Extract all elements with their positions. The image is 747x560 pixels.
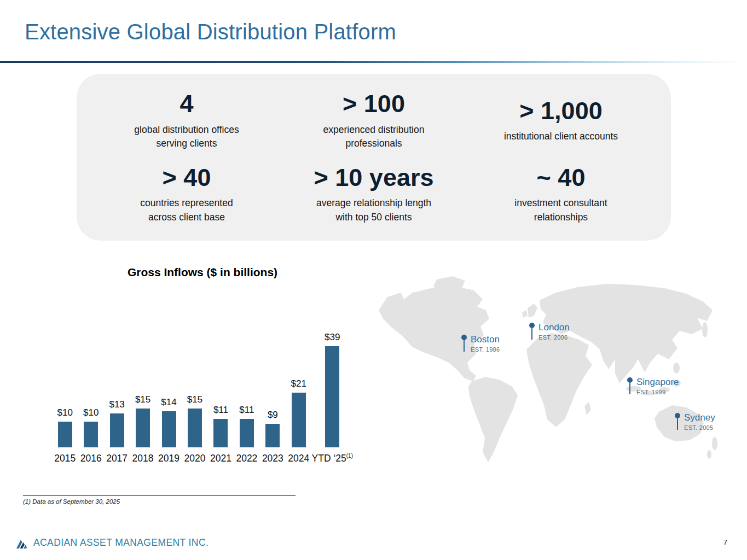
map-pin-sydney: Sydney EST. 2005 [675, 413, 715, 431]
bar-column-2015: $102015 [52, 407, 78, 465]
x-axis-label: 2017 [106, 453, 128, 465]
bar-value-label: $10 [83, 407, 99, 418]
stat-countries: > 40 countries represented across client… [93, 158, 280, 231]
stat-label: countries represented across client base [140, 196, 233, 224]
stat-value: > 1,000 [519, 97, 602, 125]
bar [188, 409, 202, 447]
stat-relationship-length: > 10 years average relationship length w… [280, 158, 467, 231]
stat-value: > 40 [163, 164, 211, 191]
stat-value: > 10 years [314, 164, 434, 191]
bar-value-label: $11 [213, 405, 228, 416]
map-pin-london: London EST. 2006 [529, 323, 570, 341]
bar [325, 346, 339, 447]
map-est-label: EST. 1999 [636, 389, 679, 395]
bar [58, 422, 72, 447]
stat-value: 4 [179, 90, 193, 118]
bar-value-label: $14 [161, 397, 176, 408]
slide: Extensive Global Distribution Platform 4… [0, 0, 747, 560]
bar [292, 393, 306, 447]
stat-label: average relationship length with top 50 … [316, 196, 431, 224]
gross-inflows-bar-chart: $102015$102016$132017$152018$142019$1520… [52, 332, 353, 465]
map-city-label: Sydney [684, 413, 715, 423]
bar-column-2024: $212024 [286, 378, 311, 465]
bar [136, 409, 150, 447]
map-pin-boston: Boston EST. 1986 [461, 335, 500, 353]
bar-value-label: $15 [135, 394, 150, 405]
footnote-divider [23, 495, 296, 496]
stat-value: ~ 40 [537, 164, 586, 191]
x-axis-label: 2023 [262, 453, 283, 465]
bar-column-2022: $112022 [234, 405, 259, 465]
map-city-label: Singapore [636, 377, 679, 387]
map-est-label: EST. 1986 [471, 346, 500, 353]
map-city-label: Boston [471, 335, 500, 345]
x-axis-label: 2018 [132, 453, 154, 465]
bar-value-label: $39 [325, 332, 340, 343]
bar [240, 419, 254, 447]
bar [84, 422, 98, 447]
stat-label: institutional client accounts [504, 130, 618, 143]
bar-column-2019: $142019 [156, 397, 182, 465]
stat-client-accounts: > 1,000 institutional client accounts [467, 84, 655, 158]
world-map: Boston EST. 1986 London EST. 2006 Singap… [372, 276, 725, 465]
x-axis-label: 2015 [54, 453, 76, 465]
stats-panel: 4 global distribution offices serving cl… [77, 74, 671, 241]
bar-value-label: $10 [57, 407, 73, 418]
stat-value: > 100 [343, 90, 405, 118]
stat-consultant-relationships: ~ 40 investment consultant relationships [467, 158, 655, 231]
bar-value-label: $15 [187, 394, 202, 405]
bar-column-2017: $132017 [104, 399, 130, 465]
bar-value-label: $11 [239, 405, 254, 416]
bar [265, 424, 280, 447]
title-divider [0, 61, 747, 63]
footer-brand: ACADIAN ASSET MANAGEMENT INC. [33, 537, 209, 549]
bar-value-label: $21 [291, 378, 306, 389]
stat-label: global distribution offices serving clie… [134, 123, 239, 151]
map-city-label: London [538, 323, 570, 332]
stat-label: experienced distribution professionals [323, 123, 425, 151]
x-axis-label: 2020 [184, 453, 206, 465]
footnote: (1) Data as of September 30, 2025 [23, 498, 120, 505]
location-pin-icon [529, 323, 535, 341]
footer: ACADIAN ASSET MANAGEMENT INC. [16, 537, 209, 549]
x-axis-label: 2016 [80, 453, 102, 465]
map-est-label: EST. 2005 [684, 424, 715, 431]
bar-column-2016: $102016 [78, 407, 103, 465]
stat-professionals: > 100 experienced distribution professio… [280, 84, 467, 158]
page-number: 7 [723, 538, 727, 546]
bar-value-label: $13 [109, 399, 124, 410]
x-axis-label: 2019 [158, 453, 179, 465]
bar-column-YTD ‘25: $39YTD ‘25(1) [312, 332, 353, 465]
x-axis-label: 2022 [236, 453, 257, 465]
bar-column-2023: $92023 [260, 410, 286, 465]
location-pin-icon [627, 377, 633, 395]
chart-title: Gross Inflows ($ in billions) [52, 266, 353, 279]
bar-value-label: $9 [268, 410, 278, 421]
x-axis-label: 2024 [288, 453, 309, 465]
bar [110, 413, 124, 447]
bar-column-2018: $152018 [130, 394, 155, 465]
stat-label: investment consultant relationships [514, 196, 607, 224]
map-est-label: EST. 2006 [538, 334, 570, 341]
bar [162, 411, 176, 447]
page-title: Extensive Global Distribution Platform [25, 20, 396, 44]
location-pin-icon [461, 335, 467, 353]
x-axis-label: YTD ‘25(1) [312, 453, 353, 465]
bar [213, 419, 228, 447]
stat-global-offices: 4 global distribution offices serving cl… [93, 84, 280, 158]
bar-column-2020: $152020 [182, 394, 207, 465]
map-pin-singapore: Singapore EST. 1999 [627, 377, 679, 395]
x-axis-label: 2021 [210, 453, 231, 465]
location-pin-icon [675, 413, 680, 431]
bar-column-2021: $112021 [208, 405, 234, 465]
acadian-logo [16, 538, 30, 549]
world-map-silhouette [372, 276, 725, 465]
